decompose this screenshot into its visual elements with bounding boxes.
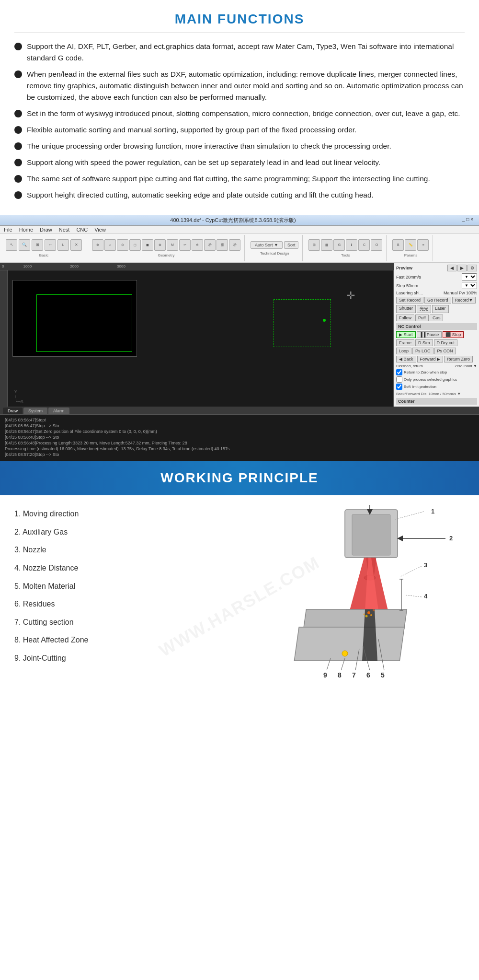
svg-point-15	[370, 614, 372, 616]
menu-item-home[interactable]: Home	[19, 227, 33, 233]
canvas-area: 0 1000 2000 3000	[0, 263, 394, 407]
svg-point-16	[365, 615, 368, 618]
titlebar: 400.1394.dxf - CypCut激光切割系统8.3.658.9(演示版…	[0, 215, 479, 226]
clear-button[interactable]: ✕	[70, 239, 82, 251]
forward-btn[interactable]: Forward ▶	[417, 356, 444, 362]
frame-btn[interactable]: Frame	[396, 339, 414, 346]
geometry-label: Geometry	[158, 253, 174, 257]
pause-btn[interactable]: ▐▐ Pause	[417, 331, 442, 338]
inner-button[interactable]: ◼	[142, 239, 153, 251]
menu-item-nest[interactable]: Nest	[59, 227, 70, 233]
tools-label: Tools	[341, 253, 350, 257]
svg-point-18	[364, 614, 365, 615]
diagram-svg: 1 2 3	[283, 505, 460, 706]
svg-text:8: 8	[338, 671, 342, 679]
list-item: Flexible automatic sorting and manual so…	[14, 124, 465, 136]
tab-system[interactable]: System	[23, 408, 47, 414]
record-btn[interactable]: Record▼	[452, 297, 476, 303]
list-item: The same set of software support pipe cu…	[14, 173, 465, 185]
go-record-btn[interactable]: Go Record	[424, 297, 451, 303]
light-btn[interactable]: 光光	[417, 305, 431, 313]
sort-button[interactable]: Sort	[284, 241, 299, 249]
preview-right-btn[interactable]: ▶	[457, 265, 467, 271]
compensate-button[interactable]: ⊙	[117, 239, 128, 251]
fast-speed-select[interactable]: ▼	[462, 273, 477, 280]
reverse-button[interactable]: ↩	[179, 239, 191, 251]
only-process-checkbox[interactable]	[396, 376, 402, 383]
zero-point-btn[interactable]: Zero Point ▼	[455, 364, 477, 368]
optim-button[interactable]: O	[371, 239, 382, 251]
arrange-button[interactable]: 排	[217, 239, 228, 251]
crosshair: ✛	[346, 290, 355, 302]
step-speed-select[interactable]: ▼	[462, 282, 477, 289]
laser-btn[interactable]: Laser	[432, 305, 449, 313]
return-zero-btn[interactable]: Return Zero	[444, 356, 473, 362]
measure-button[interactable]: 📏	[405, 239, 416, 251]
shutter-btn[interactable]: Shutter	[396, 305, 416, 313]
puff-btn[interactable]: Puff	[415, 315, 429, 321]
ps-con-btn[interactable]: Ps CON	[434, 348, 456, 354]
layer-button[interactable]: ≡	[417, 239, 429, 251]
bottom-tabs: Draw System Alarm	[0, 407, 479, 414]
ps-loc-btn[interactable]: Ps LOC	[412, 348, 433, 354]
tab-alarm[interactable]: Alarm	[48, 408, 69, 414]
dashed-rect	[274, 299, 331, 347]
bridge1-button[interactable]: 桥	[204, 239, 216, 251]
auto-sort-button[interactable]: Auto Sort ▼	[251, 241, 283, 249]
timer-label: Timer: 37min30s	[396, 406, 477, 407]
view-button[interactable]: 🔍	[19, 239, 30, 251]
bridge-param-button[interactable]: B	[392, 239, 404, 251]
svg-text:9: 9	[323, 671, 327, 679]
laser-row: Lasering shi... Manual Pw 100%	[396, 291, 477, 295]
home-ref-button[interactable]: ⌂	[104, 239, 116, 251]
group-button[interactable]: G	[333, 239, 345, 251]
soft-limit-row: Soft limit protection	[396, 384, 477, 390]
nc-row1: ▶ Start ▐▐ Pause ⬛ Stop	[396, 331, 477, 338]
select-button[interactable]: ↖	[6, 239, 17, 251]
wp-item-7: 7. Cutting section	[14, 613, 273, 631]
finished-return-label: Finished, return	[396, 364, 423, 368]
bridge2-button[interactable]: 桥	[229, 239, 240, 251]
dry-cut-btn[interactable]: D Dry cut	[434, 339, 458, 346]
transform-button[interactable]: ↔	[45, 239, 56, 251]
nc-row2: Frame D Sim D Dry cut	[396, 339, 477, 346]
lead-pos-button[interactable]: ⊕	[92, 239, 103, 251]
seal-button[interactable]: ⊗	[154, 239, 166, 251]
gas-btn[interactable]: Gas	[430, 315, 444, 321]
lead-button[interactable]: L	[57, 239, 69, 251]
auto-nest-button[interactable]: ⊞	[308, 239, 320, 251]
bullet-icon	[14, 70, 22, 78]
menu-item-file[interactable]: File	[4, 227, 12, 233]
menu-item-view[interactable]: View	[94, 227, 106, 233]
sim-btn[interactable]: D Sim	[415, 339, 433, 346]
log-line-7: [04/15 08:57:20]Stop --> Sto	[5, 452, 474, 457]
menu-item-draw[interactable]: Draw	[40, 227, 52, 233]
cooling-point-button[interactable]: ❄	[192, 239, 203, 251]
scale-button[interactable]: ⊞	[32, 239, 43, 251]
return-zero-checkbox[interactable]	[396, 369, 402, 375]
nc-row3: Loop Ps LOC Ps CON	[396, 348, 477, 354]
back-btn[interactable]: ◀ Back	[396, 356, 416, 362]
toolbar-params-group: B 📏 ≡ Params	[388, 235, 433, 261]
list-item: The unique processing order browsing fun…	[14, 140, 465, 152]
loop-btn[interactable]: Loop	[396, 348, 411, 354]
scan-button[interactable]: ⫿	[346, 239, 357, 251]
tab-draw[interactable]: Draw	[3, 408, 23, 414]
menu-item-cnc[interactable]: CNC	[76, 227, 88, 233]
stop-btn[interactable]: ⬛ Stop	[443, 331, 464, 338]
set-record-btn[interactable]: Set Record	[396, 297, 423, 303]
array-button[interactable]: ▦	[321, 239, 332, 251]
coedge-button[interactable]: C	[358, 239, 370, 251]
soft-limit-checkbox[interactable]	[396, 384, 402, 390]
start-btn[interactable]: ▶ Start	[396, 331, 416, 338]
preview-left-btn[interactable]: ◀	[447, 265, 456, 271]
working-principle-list: 1. Moving direction 2. Auxiliary Gas 3. …	[14, 505, 273, 667]
list-item: When pen/lead in the external files such…	[14, 69, 465, 103]
outer-button[interactable]: ◻	[129, 239, 141, 251]
menu-bar[interactable]: File Home Draw Nest CNC View	[0, 226, 479, 234]
micro-joint-button[interactable]: M	[167, 239, 178, 251]
follow-btn[interactable]: Follow	[396, 315, 414, 321]
svg-line-25	[405, 595, 422, 597]
drawing-canvas[interactable]: ✛ Y↑└─X	[8, 270, 394, 407]
preview-settings-btn[interactable]: ⚙	[468, 265, 477, 271]
